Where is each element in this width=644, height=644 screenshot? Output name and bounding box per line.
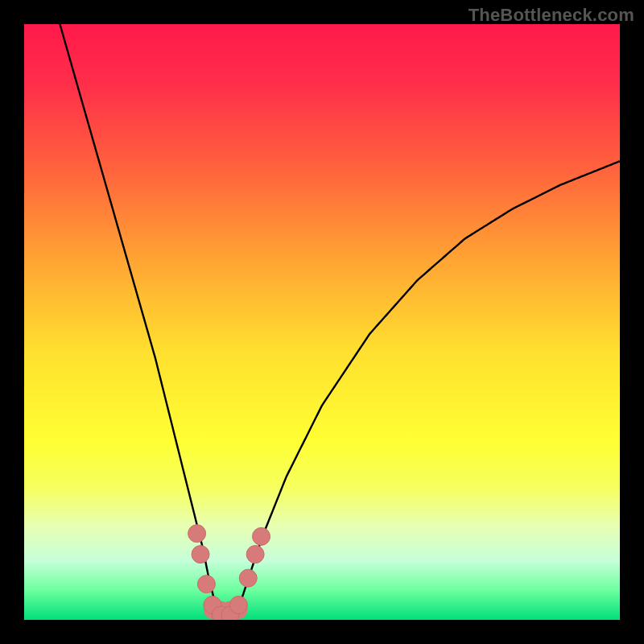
watermark-text: TheBottleneck.com [469,5,634,26]
marker-point [246,546,264,564]
marker-point [188,525,206,543]
chart-svg [24,24,620,620]
marker-point [239,569,257,587]
outer-frame: TheBottleneck.com [0,0,644,644]
plot-area [24,24,620,620]
marker-point [197,576,215,593]
gradient-background [24,24,620,620]
marker-point [229,597,247,614]
marker-point [192,546,209,564]
marker-point [253,527,270,545]
